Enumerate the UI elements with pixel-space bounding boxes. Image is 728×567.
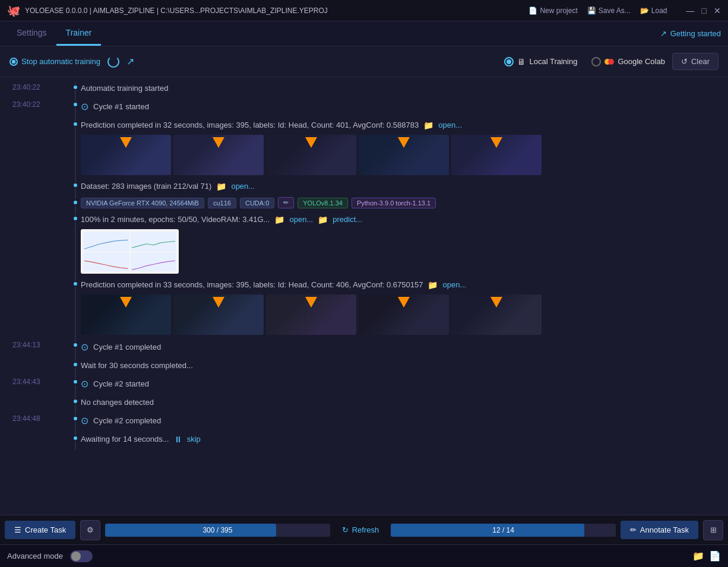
- timeline-dot-1: [72, 84, 78, 90]
- colab-radio: [591, 57, 601, 66]
- log-text-1: Automatic training started: [81, 82, 718, 94]
- refresh-button[interactable]: ↻ Refresh: [335, 522, 387, 538]
- cycle-2-start: ⊙ Cycle #2 started: [81, 376, 718, 391]
- stop-dot: [10, 58, 18, 66]
- tag-cu116: cu116: [208, 198, 236, 208]
- grid-view-button[interactable]: ⊞: [703, 520, 723, 540]
- new-project-button[interactable]: 📄 New project: [528, 7, 577, 15]
- window-controls: — □ ✕: [686, 6, 721, 15]
- main-content: 23:40:22 Automatic training started 23:4…: [0, 77, 728, 515]
- folder-icon-4: 📁: [318, 215, 328, 224]
- annotate-task-button[interactable]: ✏ Annotate Task: [621, 521, 698, 539]
- document-bottom-icon[interactable]: 📄: [709, 550, 721, 562]
- chart-cell-1: [83, 232, 129, 251]
- prediction-2-row: Prediction completed in 33 seconds, imag…: [81, 278, 718, 291]
- folder-bottom-icon[interactable]: 📁: [692, 550, 704, 562]
- tag-gpu: NVIDIA GeForce RTX 4090, 24564MiB: [81, 198, 204, 208]
- skip-link[interactable]: skip: [187, 435, 201, 444]
- log-entry-11: No changes detected: [81, 396, 718, 408]
- external-link-icon[interactable]: ↗: [126, 56, 134, 67]
- bottom-bar: ☰ Create Task ⚙ 300 / 395 ↻ Refresh 12 /…: [0, 515, 728, 544]
- save-icon: 💾: [587, 7, 596, 15]
- progress-row: 100% in 2 minutes, epochs: 50/50, VideoR…: [81, 213, 718, 226]
- timestamp-3: 23:44:13: [12, 341, 40, 349]
- pause-icon: ⏸: [174, 435, 182, 444]
- progress-text: 100% in 2 minutes, epochs: 50/50, VideoR…: [81, 213, 270, 226]
- grid-icon: ⊞: [710, 525, 717, 534]
- title-bar-actions: 📄 New project 💾 Save As... 📂 Load — □ ✕: [528, 6, 721, 15]
- external-link-icon: ↗: [660, 29, 667, 38]
- local-training-option[interactable]: 🖥 Local Training: [504, 57, 577, 66]
- cycle-1-complete: ⊙ Cycle #1 completed: [81, 340, 718, 354]
- title-bar: 🐙 YOLOEASE 0.0.0.0 | AIMLABS_ZIPLINE | C…: [0, 0, 728, 21]
- wait-text: Wait for 30 seconds completed...: [81, 359, 718, 372]
- open-link-3[interactable]: open...: [289, 215, 313, 224]
- close-button[interactable]: ✕: [714, 6, 721, 15]
- progress-label-2: 12 / 14: [492, 526, 514, 534]
- refresh-icon: ↻: [342, 525, 349, 534]
- clear-button[interactable]: ↺ Clear: [672, 53, 718, 70]
- dataset-row: Dataset: 283 images (train 212/val 71) 📁…: [81, 180, 718, 192]
- timeline-dot-12: [72, 416, 78, 422]
- bottom-right-icons: 📁 📄: [692, 550, 721, 562]
- dataset-text: Dataset: 283 images (train 212/val 71): [81, 180, 211, 192]
- tag-edit[interactable]: ✏: [278, 197, 294, 208]
- open-link-2[interactable]: open...: [231, 182, 255, 191]
- timestamp-2: 23:40:22: [12, 100, 40, 109]
- cycle-complete-icon-1: ⊙: [81, 341, 88, 353]
- open-link-1[interactable]: open...: [438, 121, 462, 129]
- timeline-dot-2: [72, 102, 78, 107]
- toggle-knob: [71, 552, 81, 561]
- settings-button[interactable]: ⚙: [80, 520, 100, 540]
- tab-settings[interactable]: Settings: [7, 21, 56, 46]
- timeline-dot-13: [72, 435, 78, 441]
- progress-bar-1: 300 / 395: [105, 524, 330, 537]
- log-entry-4: Dataset: 283 images (train 212/val 71) 📁…: [81, 180, 718, 192]
- thumbnail-7: [173, 294, 264, 335]
- log-entry-10: 23:44:43 ⊙ Cycle #2 started: [81, 376, 718, 391]
- timestamp-1: 23:40:22: [12, 83, 40, 91]
- thumbnail-5: [451, 135, 542, 175]
- thumbnail-10: [451, 294, 542, 335]
- timeline-dot-8: [72, 342, 78, 348]
- stop-training-button[interactable]: Stop automatic training: [10, 57, 100, 66]
- folder-icon-1: 📁: [423, 121, 433, 130]
- thumbnail-2: [173, 135, 264, 175]
- create-task-button[interactable]: ☰ Create Task: [5, 521, 75, 539]
- local-training-icon: 🖥: [517, 57, 526, 66]
- thumbnail-6: [81, 294, 171, 335]
- getting-started-button[interactable]: ↗ Getting started: [660, 29, 721, 38]
- progress-bar-2: 12 / 14: [391, 524, 616, 537]
- log-entry-12: 23:44:48 ⊙ Cycle #2 completed: [81, 413, 718, 428]
- minimize-button[interactable]: —: [686, 6, 695, 15]
- advanced-mode-label: Advanced mode: [7, 550, 63, 562]
- timeline-dot-7: [72, 281, 78, 287]
- save-as-button[interactable]: 💾 Save As...: [587, 7, 631, 15]
- timestamp-4: 23:44:43: [12, 378, 40, 386]
- images-row-2: [81, 294, 718, 335]
- cycle-icon: ⊙: [81, 101, 88, 112]
- tab-trainer[interactable]: Trainer: [56, 21, 102, 46]
- load-button[interactable]: 📂 Load: [640, 7, 667, 15]
- tab-bar: Settings Trainer ↗ Getting started: [0, 21, 728, 46]
- progress-fill-1: [105, 524, 276, 537]
- load-icon: 📂: [640, 7, 649, 15]
- cycle-2-complete: ⊙ Cycle #2 completed: [81, 413, 718, 428]
- google-colab-option[interactable]: Google Colab: [591, 57, 665, 66]
- cycle-icon-2: ⊙: [81, 378, 88, 389]
- prediction-1-row: Prediction completed in 32 seconds, imag…: [81, 119, 718, 131]
- advanced-mode-toggle[interactable]: [70, 550, 93, 562]
- log-entry-7: Prediction completed in 33 seconds, imag…: [81, 278, 718, 335]
- loading-spinner: [107, 56, 119, 68]
- tag-yolo: YOLOv8.1.34: [297, 198, 348, 208]
- timeline-dot-9: [72, 362, 78, 368]
- thumbnail-8: [266, 294, 356, 335]
- create-task-icon: ☰: [14, 525, 21, 534]
- cycle-complete-icon-2: ⊙: [81, 415, 88, 426]
- maximize-button[interactable]: □: [702, 6, 707, 15]
- timeline-dot-10: [72, 379, 78, 385]
- training-mode-group: 🖥 Local Training Google Colab: [504, 57, 664, 66]
- predict-link[interactable]: predict...: [333, 215, 362, 224]
- open-link-4[interactable]: open...: [442, 280, 466, 289]
- thumbnail-3: [266, 135, 356, 175]
